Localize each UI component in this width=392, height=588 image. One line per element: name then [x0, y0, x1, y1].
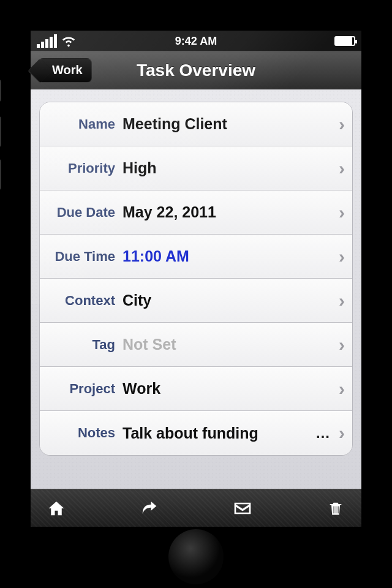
back-button[interactable]: Work [38, 58, 92, 83]
row-value: City [123, 292, 335, 309]
row-priority[interactable]: Priority High › [40, 146, 352, 190]
row-value: Talk about funding [123, 424, 311, 442]
home-button[interactable] [44, 496, 69, 521]
home-icon [47, 499, 66, 518]
row-project[interactable]: Project Work › [40, 367, 352, 411]
share-icon [140, 499, 159, 518]
row-value: Meeting Client [123, 115, 335, 133]
chevron-right-icon: › [335, 246, 345, 267]
row-value: Not Set [123, 336, 335, 353]
row-due-time[interactable]: Due Time 11:00 AM › [40, 235, 352, 279]
volume-down-button [0, 159, 1, 190]
chevron-right-icon: › [335, 158, 345, 179]
mail-icon [233, 499, 252, 518]
chevron-right-icon: › [335, 379, 345, 399]
row-value: 11:00 AM [123, 247, 335, 265]
mail-button[interactable] [230, 496, 255, 521]
row-name[interactable]: Name Meeting Client › [40, 102, 352, 146]
trash-icon [327, 500, 344, 517]
row-tag[interactable]: Tag Not Set › [40, 323, 352, 367]
volume-up-button [0, 116, 1, 147]
signal-bars-icon [37, 34, 57, 48]
trash-button[interactable] [323, 496, 348, 521]
row-value: May 22, 2011 [123, 203, 335, 221]
back-button-label: Work [52, 63, 83, 77]
row-label: Context [40, 293, 123, 309]
row-label: Project [40, 381, 123, 397]
row-notes[interactable]: Notes Talk about funding … › [40, 411, 352, 455]
row-label: Tag [40, 337, 123, 353]
row-label: Due Date [40, 205, 123, 221]
ellipsis-icon: … [311, 424, 335, 442]
status-time: 9:42 AM [175, 35, 217, 48]
nav-bar: Work Task Overview [31, 51, 361, 89]
row-context[interactable]: Context City › [40, 279, 352, 323]
row-due-date[interactable]: Due Date May 22, 2011 › [40, 190, 352, 235]
row-label: Due Time [40, 249, 123, 265]
hardware-home-button [168, 529, 224, 584]
chevron-right-icon: › [335, 423, 345, 443]
row-label: Name [40, 116, 123, 132]
chevron-right-icon: › [335, 202, 345, 223]
content: Name Meeting Client › Priority High › Du… [31, 89, 361, 489]
row-value: High [123, 159, 335, 177]
chevron-right-icon: › [335, 334, 345, 355]
detail-card: Name Meeting Client › Priority High › Du… [39, 102, 353, 456]
phone-body: 9:42 AM Work Task Overview Name Meeting … [0, 0, 392, 588]
wifi-icon [62, 34, 75, 48]
silent-switch [0, 80, 1, 102]
chevron-right-icon: › [335, 290, 345, 311]
status-bar: 9:42 AM [31, 31, 361, 51]
toolbar [31, 489, 361, 527]
chevron-right-icon: › [335, 114, 345, 135]
share-button[interactable] [137, 496, 162, 521]
row-value: Work [123, 380, 335, 398]
battery-icon [334, 36, 355, 46]
row-label: Priority [40, 160, 123, 176]
row-label: Notes [40, 425, 123, 441]
screen: 9:42 AM Work Task Overview Name Meeting … [31, 31, 361, 527]
status-left [37, 34, 75, 48]
